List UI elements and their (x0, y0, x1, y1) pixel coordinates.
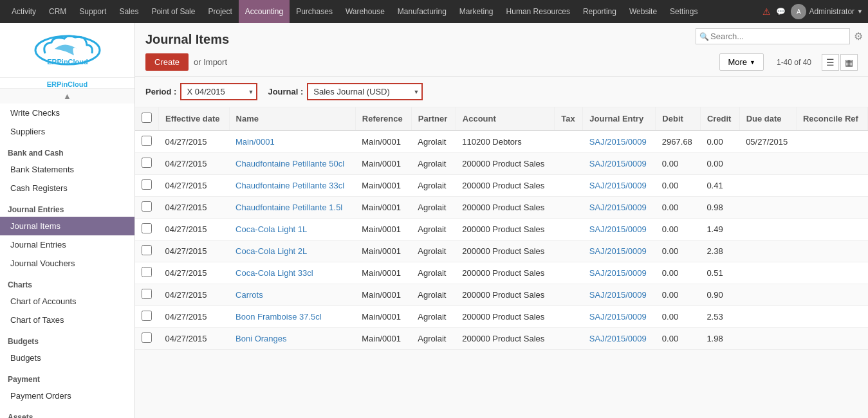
cell-journalEntry[interactable]: SAJ/2015/0009 (583, 328, 656, 350)
cell-credit: 1.49 (700, 219, 739, 241)
cell-reference: Main/0001 (355, 241, 411, 262)
cell-reference: Main/0001 (355, 131, 411, 153)
cell-name[interactable]: Chaudfontaine Petillante 50cl (229, 153, 355, 175)
row-checkbox-7[interactable] (142, 289, 152, 299)
list-view-button[interactable]: ☰ (822, 54, 839, 71)
admin-menu[interactable]: A Administrator ▼ (791, 4, 863, 19)
row-checkbox-9[interactable] (142, 332, 152, 343)
sidebar-section-charts: Charts (0, 275, 134, 292)
nav-item-reporting[interactable]: Reporting (577, 0, 623, 23)
row-checkbox-4[interactable] (142, 223, 152, 233)
sidebar-item-budgets[interactable]: Budgets (0, 349, 134, 367)
cell-name[interactable]: Coca-Cola Light 1L (229, 219, 355, 241)
view-toggle: ☰ ▦ (822, 54, 858, 71)
cell-journalEntry[interactable]: SAJ/2015/0009 (583, 175, 656, 197)
sidebar-item-write-checks[interactable]: Write Checks (0, 104, 134, 122)
gear-icon[interactable]: ⚙ (854, 30, 863, 42)
journal-select[interactable]: Sales Journal (USD) (307, 83, 423, 100)
cell-partner: Agrolait (411, 241, 456, 262)
nav-item-project[interactable]: Project (201, 0, 238, 23)
nav-item-warehouse[interactable]: Warehouse (339, 0, 391, 23)
cell-credit: 0.98 (700, 197, 739, 219)
cell-account: 200000 Product Sales (456, 306, 555, 328)
nav-item-point-of-sale[interactable]: Point of Sale (145, 0, 201, 23)
more-button[interactable]: More ▼ (719, 53, 764, 71)
row-checkbox-2[interactable] (142, 179, 152, 190)
sidebar-item-journal-items[interactable]: Journal Items (0, 217, 134, 235)
chat-icon[interactable]: 💬 (776, 7, 786, 16)
nav-item-accounting[interactable]: Accounting (239, 0, 290, 23)
cell-name[interactable]: Coca-Cola Light 2L (229, 241, 355, 262)
cell-name[interactable]: Boon Framboise 37.5cl (229, 306, 355, 328)
sidebar: ERPinCloud ERPinCloud ▲ Write ChecksSupp… (0, 23, 135, 418)
cell-tax (555, 241, 583, 262)
create-button[interactable]: Create (145, 53, 189, 71)
cell-partner: Agrolait (411, 131, 456, 153)
nav-item-marketing[interactable]: Marketing (453, 0, 500, 23)
sidebar-item-payment-orders[interactable]: Payment Orders (0, 386, 134, 405)
sidebar-item-bank-statements[interactable]: Bank Statements (0, 160, 134, 179)
cell-credit: 0.90 (700, 284, 739, 306)
nav-item-sales[interactable]: Sales (113, 0, 145, 23)
cell-name[interactable]: Boni Oranges (229, 328, 355, 350)
cell-tax (555, 153, 583, 175)
cell-dueDate (739, 153, 796, 175)
cell-name[interactable]: Main/0001 (229, 131, 355, 153)
col-header-dueDate: Due date (739, 107, 796, 131)
cell-dueDate (739, 306, 796, 328)
nav-item-purchases[interactable]: Purchases (290, 0, 339, 23)
import-link[interactable]: or Import (194, 57, 227, 67)
col-header-date: Effective date (159, 107, 230, 131)
cell-date: 04/27/2015 (159, 175, 230, 197)
nav-item-website[interactable]: Website (623, 0, 663, 23)
cell-date: 04/27/2015 (159, 262, 230, 284)
sidebar-scroll-up[interactable]: ▲ (0, 88, 134, 104)
row-checkbox-6[interactable] (142, 267, 152, 277)
cell-reconcile (796, 197, 867, 219)
cell-tax (555, 328, 583, 350)
cell-name[interactable]: Chaudfontaine Petillante 33cl (229, 175, 355, 197)
cell-partner: Agrolait (411, 153, 456, 175)
sidebar-item-journal-vouchers[interactable]: Journal Vouchers (0, 254, 134, 273)
cell-name[interactable]: Carrots (229, 284, 355, 306)
row-checkbox-1[interactable] (142, 158, 152, 168)
cell-journalEntry[interactable]: SAJ/2015/0009 (583, 219, 656, 241)
row-checkbox-8[interactable] (142, 311, 152, 321)
nav-item-manufacturing[interactable]: Manufacturing (391, 0, 453, 23)
sidebar-item-suppliers[interactable]: Suppliers (0, 122, 134, 141)
search-input[interactable] (696, 28, 850, 44)
cell-journalEntry[interactable]: SAJ/2015/0009 (583, 197, 656, 219)
nav-item-crm[interactable]: CRM (42, 0, 73, 23)
cell-journalEntry[interactable]: SAJ/2015/0009 (583, 241, 656, 262)
nav-item-human-resources[interactable]: Human Resources (500, 0, 577, 23)
row-checkbox-3[interactable] (142, 201, 152, 212)
cell-partner: Agrolait (411, 262, 456, 284)
grid-view-button[interactable]: ▦ (840, 54, 858, 71)
nav-item-activity[interactable]: Activity (5, 0, 42, 23)
cell-journalEntry[interactable]: SAJ/2015/0009 (583, 306, 656, 328)
sidebar-item-chart-of-accounts[interactable]: Chart of Accounts (0, 292, 134, 311)
pagination-info: 1-40 of 40 (777, 58, 811, 67)
nav-item-support[interactable]: Support (73, 0, 113, 23)
cell-dueDate (739, 219, 796, 241)
cell-journalEntry[interactable]: SAJ/2015/0009 (583, 131, 656, 153)
period-select-wrapper: X 04/2015 (180, 83, 257, 100)
cell-name[interactable]: Coca-Cola Light 33cl (229, 262, 355, 284)
cell-name[interactable]: Chaudfontaine Petillante 1.5l (229, 197, 355, 219)
nav-item-settings[interactable]: Settings (663, 0, 704, 23)
period-select[interactable]: X 04/2015 (180, 83, 257, 100)
cell-date: 04/27/2015 (159, 241, 230, 262)
row-checkbox-0[interactable] (142, 136, 152, 146)
cell-debit: 0.00 (656, 219, 701, 241)
cell-journalEntry[interactable]: SAJ/2015/0009 (583, 262, 656, 284)
cell-journalEntry[interactable]: SAJ/2015/0009 (583, 153, 656, 175)
row-checkbox-5[interactable] (142, 245, 152, 255)
select-all-checkbox[interactable] (142, 113, 152, 123)
sidebar-item-chart-of-taxes[interactable]: Chart of Taxes (0, 311, 134, 329)
cell-account: 200000 Product Sales (456, 219, 555, 241)
sidebar-item-cash-registers[interactable]: Cash Registers (0, 179, 134, 197)
col-header-checkbox[interactable] (135, 107, 159, 131)
toolbar: Create or Import More ▼ 1-40 of 40 ☰ ▦ (145, 53, 858, 71)
sidebar-item-journal-entries[interactable]: Journal Entries (0, 235, 134, 254)
cell-journalEntry[interactable]: SAJ/2015/0009 (583, 284, 656, 306)
